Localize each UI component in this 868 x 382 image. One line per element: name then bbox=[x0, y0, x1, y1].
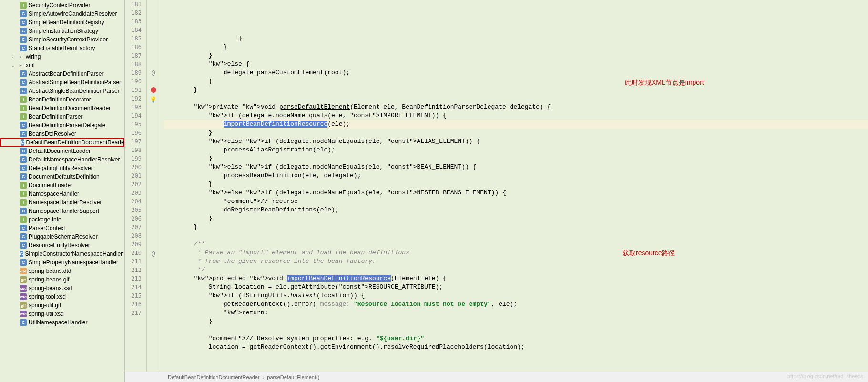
line-number[interactable]: 186 bbox=[125, 43, 142, 51]
gutter-icon-cell[interactable] bbox=[147, 232, 160, 241]
code-line[interactable]: importBeanDefinitionResource(ele); bbox=[164, 120, 868, 129]
expand-icon[interactable]: › bbox=[11, 54, 17, 60]
line-number[interactable]: 213 bbox=[125, 274, 142, 283]
code-editor[interactable]: 此时发现XML节点是import 获取resource路径 } } } "kw"… bbox=[160, 0, 868, 372]
gutter-icon-cell[interactable] bbox=[147, 172, 160, 181]
line-number[interactable]: 212 bbox=[125, 266, 142, 274]
tree-item-pluggableschemaresolver[interactable]: CPluggableSchemaResolver bbox=[0, 232, 124, 241]
line-number[interactable]: 182 bbox=[125, 9, 142, 17]
gutter-icon-cell[interactable] bbox=[147, 155, 160, 164]
tree-item-documentloader[interactable]: IDocumentLoader bbox=[0, 181, 124, 190]
tree-item-spring-tool-xsd[interactable]: xsdspring-tool.xsd bbox=[0, 292, 124, 301]
line-number[interactable]: 187 bbox=[125, 51, 142, 60]
tree-item-beandefinitionparser[interactable]: IBeanDefinitionParser bbox=[0, 112, 124, 121]
line-number[interactable]: 190 bbox=[125, 77, 142, 86]
tree-item-abstractbeandefinitionparser[interactable]: CAbstractBeanDefinitionParser bbox=[0, 70, 124, 78]
gutter-icon-cell[interactable] bbox=[147, 301, 160, 310]
line-number[interactable]: 194 bbox=[125, 111, 142, 120]
gutter-icon-cell[interactable]: 💡 bbox=[147, 86, 160, 104]
tree-item-beandefinitiondecorator[interactable]: IBeanDefinitionDecorator bbox=[0, 95, 124, 104]
tree-item-simpleinstantiationstrategy[interactable]: CSimpleInstantiationStrategy bbox=[0, 27, 124, 35]
tree-item-spring-beans-xsd[interactable]: xsdspring-beans.xsd bbox=[0, 284, 124, 292]
line-number[interactable]: 207 bbox=[125, 223, 142, 231]
code-line[interactable]: } bbox=[164, 34, 868, 43]
code-line[interactable]: * Parse an "import" element and load the… bbox=[164, 249, 868, 257]
tree-item-simplepropertynamespacehandler[interactable]: CSimplePropertyNamespaceHandler bbox=[0, 258, 124, 267]
gutter-icon-cell[interactable] bbox=[147, 215, 160, 224]
gutter-icon-cell[interactable] bbox=[147, 34, 160, 43]
line-number[interactable]: 188 bbox=[125, 60, 142, 69]
gutter-icon-cell[interactable] bbox=[147, 104, 160, 112]
gutter-icon-cell[interactable] bbox=[147, 258, 160, 267]
gutter-icon-cell[interactable] bbox=[147, 190, 160, 198]
code-line[interactable]: "comment">// Resolve system properties: … bbox=[164, 334, 868, 343]
override-icon[interactable]: @ bbox=[152, 251, 155, 257]
line-number[interactable]: 216 bbox=[125, 300, 142, 309]
code-line[interactable]: } bbox=[164, 43, 868, 51]
gutter-icon-cell[interactable]: @ bbox=[147, 250, 160, 258]
tree-item-spring-util-gif[interactable]: gifspring-util.gif bbox=[0, 301, 124, 310]
line-number[interactable]: 206 bbox=[125, 214, 142, 223]
tree-item-namespacehandlerresolver[interactable]: INamespaceHandlerResolver bbox=[0, 198, 124, 207]
tree-item-spring-beans-gif[interactable]: gifspring-beans.gif bbox=[0, 275, 124, 284]
line-number[interactable]: 184 bbox=[125, 26, 142, 34]
code-line[interactable]: "kw">else "kw">if (delegate.nodeNameEqua… bbox=[164, 163, 868, 171]
gutter-icon-cell[interactable] bbox=[147, 138, 160, 147]
code-line[interactable]: "kw">private "kw">void parseDefaultEleme… bbox=[164, 103, 868, 111]
project-tree-sidebar[interactable]: ISecurityContextProviderCSimpleAutowireC… bbox=[0, 0, 125, 382]
tree-item-staticlistablebeanfactory[interactable]: CStaticListableBeanFactory bbox=[0, 44, 124, 52]
expand-icon[interactable]: ⌄ bbox=[11, 63, 17, 68]
line-number[interactable]: 193 bbox=[125, 103, 142, 111]
code-line[interactable]: "kw">if (!StringUtils.hasText(location))… bbox=[164, 292, 868, 300]
line-number[interactable]: 195 bbox=[125, 120, 142, 129]
line-number[interactable]: 198 bbox=[125, 146, 142, 154]
gutter-icon-cell[interactable] bbox=[147, 17, 160, 26]
tree-item-delegatingentityresolver[interactable]: CDelegatingEntityResolver bbox=[0, 164, 124, 172]
gutter-icon-cell[interactable] bbox=[147, 9, 160, 17]
code-line[interactable]: processAliasRegistration(ele); bbox=[164, 146, 868, 154]
line-number[interactable]: 209 bbox=[125, 240, 142, 249]
code-line[interactable]: } bbox=[164, 86, 868, 94]
tree-item-defaultnamespacehandlerresolver[interactable]: CDefaultNamespaceHandlerResolver bbox=[0, 155, 124, 164]
tree-item-simpleconstructornamespacehandler[interactable]: CSimpleConstructorNamespaceHandler bbox=[0, 250, 124, 258]
line-number[interactable]: 201 bbox=[125, 171, 142, 180]
line-number[interactable]: 215 bbox=[125, 292, 142, 300]
tree-item-utilnamespacehandler[interactable]: CUtilNamespaceHandler bbox=[0, 318, 124, 327]
tree-item-wiring[interactable]: ›▸wiring bbox=[0, 52, 124, 61]
line-number[interactable]: 204 bbox=[125, 197, 142, 206]
gutter-icons[interactable]: @ 💡 @ bbox=[147, 0, 160, 372]
tree-item-beansdtdresolver[interactable]: CBeansDtdResolver bbox=[0, 130, 124, 138]
line-number[interactable]: 203 bbox=[125, 189, 142, 197]
line-number[interactable]: 205 bbox=[125, 206, 142, 214]
code-line[interactable]: } bbox=[164, 129, 868, 137]
gutter-icon-cell[interactable] bbox=[147, 26, 160, 34]
gutter-icon-cell[interactable] bbox=[147, 181, 160, 190]
code-line[interactable]: } bbox=[164, 154, 868, 163]
gutter-icon-cell[interactable] bbox=[147, 147, 160, 155]
tree-item-namespacehandlersupport[interactable]: CNamespaceHandlerSupport bbox=[0, 207, 124, 215]
code-line[interactable]: } bbox=[164, 77, 868, 86]
code-line[interactable]: "kw">if (delegate.nodeNameEquals(ele, "c… bbox=[164, 111, 868, 120]
tree-item-defaultdocumentloader[interactable]: CDefaultDocumentLoader bbox=[0, 147, 124, 155]
code-line[interactable]: /** bbox=[164, 240, 868, 249]
code-line[interactable] bbox=[164, 326, 868, 334]
gutter-icon-cell[interactable] bbox=[147, 241, 160, 250]
code-line[interactable]: "kw">else "kw">if (delegate.nodeNameEqua… bbox=[164, 137, 868, 146]
line-number[interactable]: 189 bbox=[125, 69, 142, 77]
line-number[interactable]: 202 bbox=[125, 180, 142, 189]
code-line[interactable]: } bbox=[164, 317, 868, 326]
code-line[interactable]: } bbox=[164, 180, 868, 189]
tree-item-simplesecuritycontextprovider[interactable]: CSimpleSecurityContextProvider bbox=[0, 35, 124, 44]
tree-item-simplebeandefinitionregistry[interactable]: CSimpleBeanDefinitionRegistry bbox=[0, 18, 124, 27]
gutter-icon-cell[interactable] bbox=[147, 207, 160, 215]
gutter-icon-cell[interactable] bbox=[147, 121, 160, 130]
tree-item-securitycontextprovider[interactable]: ISecurityContextProvider bbox=[0, 1, 124, 10]
code-line[interactable]: } bbox=[164, 214, 868, 223]
code-line[interactable] bbox=[164, 94, 868, 103]
code-line[interactable]: String location = ele.getAttribute("cons… bbox=[164, 283, 868, 292]
line-number[interactable]: 183 bbox=[125, 17, 142, 26]
gutter-icon-cell[interactable] bbox=[147, 275, 160, 284]
gutter-icon-cell[interactable] bbox=[147, 292, 160, 301]
line-number[interactable]: 191 bbox=[125, 86, 142, 94]
line-number[interactable]: 211 bbox=[125, 257, 142, 266]
